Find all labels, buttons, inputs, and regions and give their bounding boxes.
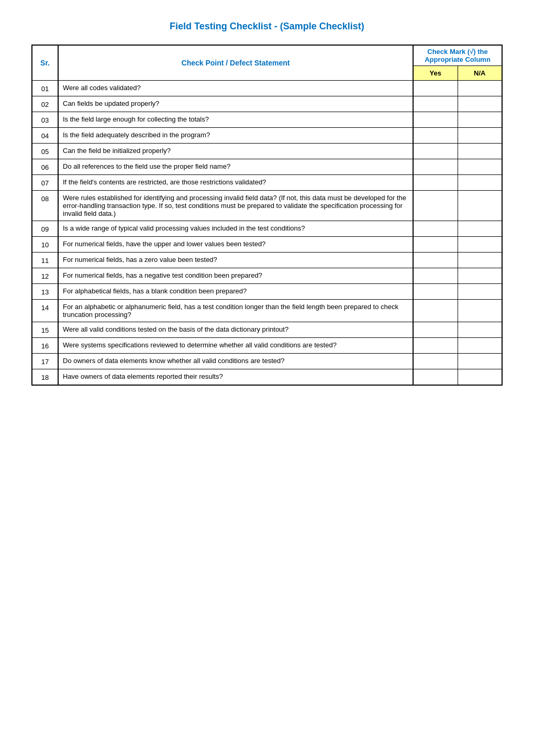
cell-sr: 16 — [32, 338, 58, 354]
cell-na[interactable] — [458, 369, 502, 386]
cell-yes[interactable] — [413, 191, 458, 221]
cell-na[interactable] — [458, 300, 502, 322]
cell-na[interactable] — [458, 81, 502, 96]
cell-sr: 09 — [32, 221, 58, 237]
cell-sr: 04 — [32, 128, 58, 144]
cell-defect: For numerical fields, has a negative tes… — [58, 268, 413, 284]
cell-yes[interactable] — [413, 96, 458, 112]
cell-na[interactable] — [458, 237, 502, 253]
cell-defect: Do all references to the field use the p… — [58, 159, 413, 175]
cell-sr: 15 — [32, 322, 58, 338]
cell-sr: 11 — [32, 253, 58, 268]
cell-na[interactable] — [458, 191, 502, 221]
cell-yes[interactable] — [413, 268, 458, 284]
table-row: 06Do all references to the field use the… — [32, 159, 502, 175]
cell-defect: Were all codes validated? — [58, 81, 413, 96]
cell-sr: 17 — [32, 354, 58, 369]
cell-defect: For alphabetical fields, has a blank con… — [58, 284, 413, 300]
col-header-checkmark: Check Mark (√) the Appropriate Column — [413, 45, 502, 66]
cell-yes[interactable] — [413, 338, 458, 354]
cell-na[interactable] — [458, 253, 502, 268]
cell-sr: 05 — [32, 144, 58, 159]
cell-defect: Were all valid conditions tested on the … — [58, 322, 413, 338]
table-row: 03Is the field large enough for collecti… — [32, 112, 502, 128]
cell-yes[interactable] — [413, 112, 458, 128]
cell-sr: 13 — [32, 284, 58, 300]
table-row: 11For numerical fields, has a zero value… — [32, 253, 502, 268]
cell-na[interactable] — [458, 96, 502, 112]
col-header-sr: Sr. — [32, 45, 58, 81]
cell-na[interactable] — [458, 144, 502, 159]
cell-na[interactable] — [458, 268, 502, 284]
cell-yes[interactable] — [413, 237, 458, 253]
cell-na[interactable] — [458, 175, 502, 191]
cell-defect: Is the field large enough for collecting… — [58, 112, 413, 128]
cell-defect: For an alphabetic or alphanumeric field,… — [58, 300, 413, 322]
cell-sr: 10 — [32, 237, 58, 253]
cell-defect: For numerical fields, have the upper and… — [58, 237, 413, 253]
cell-defect: Have owners of data elements reported th… — [58, 369, 413, 386]
cell-yes[interactable] — [413, 369, 458, 386]
cell-defect: Were systems specifications reviewed to … — [58, 338, 413, 354]
cell-sr: 03 — [32, 112, 58, 128]
table-row: 16Were systems specifications reviewed t… — [32, 338, 502, 354]
cell-yes[interactable] — [413, 128, 458, 144]
cell-na[interactable] — [458, 284, 502, 300]
table-row: 14For an alphabetic or alphanumeric fiel… — [32, 300, 502, 322]
table-row: 17Do owners of data elements know whethe… — [32, 354, 502, 369]
cell-yes[interactable] — [413, 175, 458, 191]
cell-sr: 07 — [32, 175, 58, 191]
cell-defect: Can fields be updated properly? — [58, 96, 413, 112]
table-row: 02Can fields be updated properly? — [32, 96, 502, 112]
cell-na[interactable] — [458, 221, 502, 237]
cell-na[interactable] — [458, 354, 502, 369]
checklist-table: Sr. Check Point / Defect Statement Check… — [31, 45, 503, 386]
cell-na[interactable] — [458, 128, 502, 144]
cell-na[interactable] — [458, 322, 502, 338]
cell-defect: Is the field adequately described in the… — [58, 128, 413, 144]
cell-sr: 08 — [32, 191, 58, 221]
table-row: 13For alphabetical fields, has a blank c… — [32, 284, 502, 300]
table-row: 07If the field's contents are restricted… — [32, 175, 502, 191]
table-row: 18Have owners of data elements reported … — [32, 369, 502, 386]
page-title: Field Testing Checklist - (Sample Checkl… — [31, 21, 503, 32]
cell-yes[interactable] — [413, 354, 458, 369]
table-row: 12For numerical fields, has a negative t… — [32, 268, 502, 284]
cell-yes[interactable] — [413, 300, 458, 322]
cell-yes[interactable] — [413, 253, 458, 268]
table-row: 05Can the field be initialized properly? — [32, 144, 502, 159]
cell-yes[interactable] — [413, 221, 458, 237]
table-row: 08Were rules established for identifying… — [32, 191, 502, 221]
table-row: 04Is the field adequately described in t… — [32, 128, 502, 144]
cell-na[interactable] — [458, 112, 502, 128]
table-row: 09Is a wide range of typical valid proce… — [32, 221, 502, 237]
cell-yes[interactable] — [413, 284, 458, 300]
table-row: 15Were all valid conditions tested on th… — [32, 322, 502, 338]
cell-sr: 14 — [32, 300, 58, 322]
cell-sr: 12 — [32, 268, 58, 284]
table-row: 10For numerical fields, have the upper a… — [32, 237, 502, 253]
cell-sr: 02 — [32, 96, 58, 112]
col-header-defect: Check Point / Defect Statement — [58, 45, 413, 81]
cell-sr: 18 — [32, 369, 58, 386]
col-header-na: N/A — [458, 66, 502, 81]
cell-defect: Is a wide range of typical valid process… — [58, 221, 413, 237]
cell-na[interactable] — [458, 159, 502, 175]
cell-defect: Were rules established for identifying a… — [58, 191, 413, 221]
cell-defect: Can the field be initialized properly? — [58, 144, 413, 159]
cell-defect: If the field's contents are restricted, … — [58, 175, 413, 191]
cell-yes[interactable] — [413, 144, 458, 159]
table-row: 01Were all codes validated? — [32, 81, 502, 96]
col-header-yes: Yes — [413, 66, 458, 81]
cell-defect: For numerical fields, has a zero value b… — [58, 253, 413, 268]
cell-defect: Do owners of data elements know whether … — [58, 354, 413, 369]
cell-sr: 01 — [32, 81, 58, 96]
cell-yes[interactable] — [413, 159, 458, 175]
cell-yes[interactable] — [413, 81, 458, 96]
cell-yes[interactable] — [413, 322, 458, 338]
cell-na[interactable] — [458, 338, 502, 354]
cell-sr: 06 — [32, 159, 58, 175]
